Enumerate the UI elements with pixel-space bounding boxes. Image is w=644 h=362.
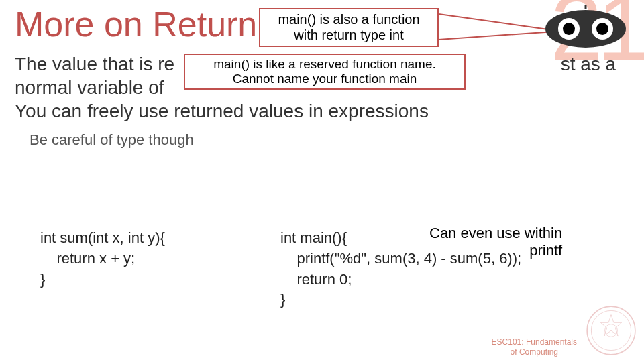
callout-text: printf [429, 242, 562, 259]
body-line: The value that is re [15, 54, 174, 74]
callout-printf: Can even use within printf [429, 225, 562, 260]
slide: 21 More on Return main() is also a funct… [0, 0, 644, 362]
footer-line: of Computing [492, 347, 577, 357]
institute-logo-icon [585, 304, 637, 357]
robot-icon [542, 5, 629, 55]
svg-point-2 [563, 23, 575, 35]
body-line: You can freely use returned values in ex… [15, 99, 629, 123]
svg-point-0 [545, 10, 626, 48]
footer-course: ESC101: Fundamentals of Computing [492, 337, 577, 357]
callout-text: Can even use within [429, 225, 562, 242]
callout-main-reserved: main() is like a reserved function name.… [184, 54, 466, 90]
callout-text: main() is like a reserved function name. [189, 57, 460, 72]
code-snippet-sum: int sum(int x, int y){ return x + y; } [40, 228, 165, 290]
svg-point-4 [596, 23, 608, 35]
footer-line: ESC101: Fundamentals [492, 337, 577, 347]
callout-text: main() is also a function [264, 12, 433, 27]
slide-title: More on Return [15, 4, 257, 44]
callout-connector [439, 31, 553, 40]
callout-connector [439, 13, 552, 31]
callout-text: Cannot name your function main [189, 72, 460, 86]
body-line: st as a [561, 54, 616, 74]
callout-main-return: main() is also a function with return ty… [259, 8, 439, 47]
callout-text: with return type int [264, 27, 433, 43]
sub-bullet: Be careful of type though [30, 131, 194, 149]
